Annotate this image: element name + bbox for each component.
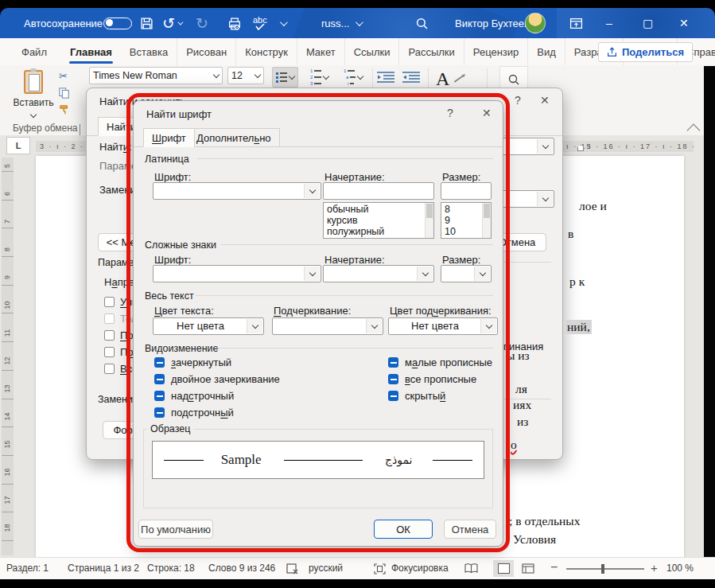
latin-size-list[interactable]: 8910 <box>441 202 492 239</box>
doc-text-fragment: в <box>568 227 573 241</box>
avatar[interactable] <box>525 8 546 38</box>
tab-design[interactable]: Конструк <box>236 38 297 65</box>
font-size-combo[interactable]: 12 <box>227 67 264 84</box>
status-line[interactable]: Строка: 18 <box>147 563 195 574</box>
effect-checkbox[interactable]: двойное зачеркивание <box>154 374 280 384</box>
doc-text-fragment: ы из <box>507 349 530 363</box>
effect-checkbox[interactable]: надстрочный <box>154 391 280 401</box>
status-focus[interactable]: Фокусировка <box>391 563 449 574</box>
text-color-combo[interactable]: Нет цвета <box>153 317 264 335</box>
tab-view[interactable]: Вид <box>528 38 565 65</box>
tab-review[interactable]: Рецензир <box>464 38 529 65</box>
ruler-number: 16 <box>3 466 12 478</box>
minimize-button[interactable]: – <box>606 8 612 38</box>
underline-color-combo[interactable]: Нет цвета <box>388 317 498 335</box>
user-name[interactable]: Виктор Бухтеев <box>455 8 530 38</box>
read-mode-icon[interactable] <box>464 563 478 574</box>
paste-button[interactable]: Вставить <box>13 68 54 130</box>
complex-size-combo[interactable] <box>441 265 492 282</box>
style-option[interactable]: обычный <box>327 204 422 215</box>
tab-font[interactable]: Шрифт <box>143 128 195 147</box>
increase-indent-icon[interactable] <box>402 72 420 83</box>
tab-stop-selector[interactable]: L <box>6 137 30 154</box>
checkbox-indeterminate-icon <box>388 391 398 401</box>
tab-home[interactable]: Главная <box>61 38 121 65</box>
status-words[interactable]: Слово 9 из 246 <box>208 563 275 574</box>
ribbon-display-options-icon[interactable] <box>569 8 583 38</box>
document-title[interactable]: russ... <box>321 8 361 38</box>
close-icon[interactable]: ✕ <box>482 107 492 119</box>
copy-icon[interactable] <box>59 88 70 99</box>
undo-icon[interactable]: ↺ <box>162 8 181 38</box>
decrease-indent-icon[interactable] <box>377 72 394 83</box>
share-button[interactable]: Поделиться <box>598 42 693 62</box>
tab-layout[interactable]: Макет <box>297 38 345 65</box>
effect-checkbox[interactable]: подстрочный <box>154 407 280 418</box>
text-effects-icon[interactable]: А <box>436 68 449 90</box>
autosave-toggle[interactable] <box>103 8 132 38</box>
find-font-dialog: Найти шрифт ? ✕ Шрифт Дополнительно Лати… <box>133 100 503 547</box>
scrollbar[interactable] <box>482 203 491 238</box>
spellcheck-icon[interactable]: abc <box>253 8 267 38</box>
zoom-in-button[interactable]: + <box>651 561 658 574</box>
ok-button[interactable]: ОК <box>374 520 433 539</box>
close-button[interactable]: ✕ <box>679 8 689 38</box>
effect-checkbox[interactable]: скрытый <box>388 391 492 401</box>
effect-checkbox[interactable]: все прописные <box>388 374 492 384</box>
find-label: Найти: <box>99 141 132 153</box>
quick-access-overflow-icon[interactable] <box>280 8 286 38</box>
status-language[interactable]: русский <box>309 563 343 574</box>
status-page[interactable]: Страница 1 из 2 <box>68 563 139 574</box>
latin-style-input[interactable] <box>323 182 434 200</box>
effect-checkbox[interactable]: малые прописные <box>388 357 492 368</box>
complex-font-combo[interactable] <box>153 265 321 282</box>
help-button[interactable]: ? <box>515 94 521 107</box>
bullet-list-button[interactable] <box>272 67 298 88</box>
proofing-icon[interactable] <box>286 563 299 574</box>
print-icon[interactable] <box>227 8 242 38</box>
zoom-out-button[interactable]: − <box>550 560 558 574</box>
search-icon[interactable] <box>415 8 429 38</box>
save-icon[interactable] <box>140 8 153 38</box>
numbered-list-button[interactable]: 123 <box>307 67 332 88</box>
multilevel-list-button[interactable]: 1ai <box>340 67 366 88</box>
redo-icon[interactable]: ↻ <box>196 8 208 38</box>
style-option[interactable]: полужирный <box>327 226 422 237</box>
tab-references[interactable]: Ссылки <box>345 38 400 65</box>
complex-style-combo[interactable] <box>323 265 434 282</box>
size-option[interactable]: 8 <box>445 204 479 215</box>
help-button[interactable]: ? <box>447 107 453 119</box>
cancel-button[interactable]: Отмена <box>444 520 496 539</box>
web-layout-icon[interactable] <box>522 563 534 574</box>
latin-style-list[interactable]: обычныйкурсивполужирный <box>323 202 434 239</box>
tab-mailings[interactable]: Рассылки <box>399 38 464 65</box>
tab-advanced[interactable]: Дополнительно <box>188 128 280 147</box>
default-button[interactable]: По умолчанию <box>138 520 213 539</box>
maximize-button[interactable]: ▢ <box>643 8 653 38</box>
vertical-ruler[interactable]: 56789101112131415161718 <box>2 158 14 555</box>
close-icon[interactable]: ✕ <box>540 94 550 107</box>
format-painter-icon[interactable] <box>59 104 70 115</box>
style-option[interactable]: курсив <box>327 215 422 226</box>
tab-insert[interactable]: Вставка <box>121 38 177 65</box>
underline-style-combo[interactable] <box>272 317 383 335</box>
latin-font-combo[interactable] <box>153 182 321 200</box>
size-option[interactable]: 10 <box>445 226 479 237</box>
effect-checkbox[interactable]: зачеркнутый <box>154 357 280 368</box>
tab-file[interactable]: Файл <box>13 38 61 65</box>
tab-draw[interactable]: Рисован <box>177 38 236 65</box>
zoom-level[interactable]: 100 % <box>666 563 694 574</box>
ruler-number: 13 <box>3 383 12 395</box>
scrollbar[interactable] <box>425 203 433 238</box>
autosave-label: Автосохранение <box>24 8 103 38</box>
font-name-combo[interactable]: Times New Roman <box>89 67 223 84</box>
status-section[interactable]: Раздел: 1 <box>6 563 49 574</box>
zoom-slider-track[interactable] <box>566 568 644 570</box>
zoom-slider-thumb[interactable] <box>601 564 604 574</box>
latin-size-input[interactable] <box>441 182 492 200</box>
doc-text-fragment: из <box>517 415 528 429</box>
size-option[interactable]: 9 <box>445 215 479 226</box>
focus-icon[interactable] <box>374 563 386 574</box>
cut-icon[interactable]: ✂ <box>59 70 70 82</box>
print-layout-icon[interactable] <box>493 560 514 577</box>
